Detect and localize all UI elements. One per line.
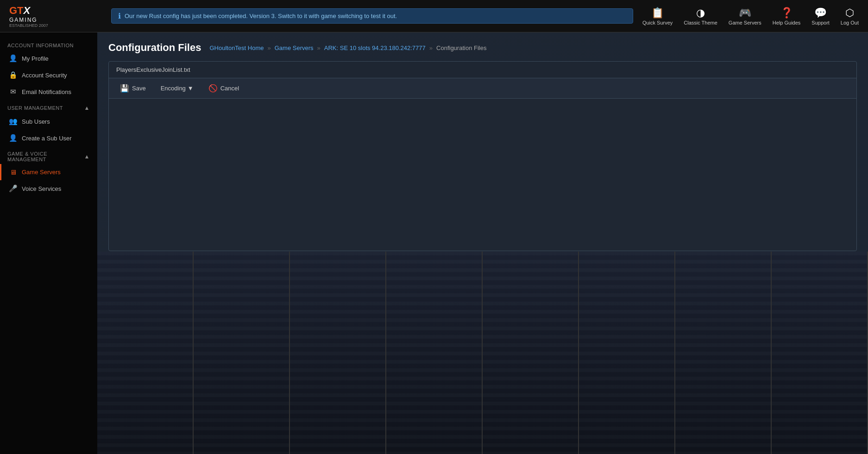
cancel-button[interactable]: 🚫 Cancel: [205, 82, 243, 95]
sidebar-item-game-servers-label: Game Servers: [22, 169, 61, 176]
info-icon: ℹ: [118, 12, 121, 20]
help-icon: ❓: [780, 7, 793, 19]
breadcrumb: Configuration Files GHoultonTest Home » …: [108, 42, 857, 54]
theme-icon: ◑: [696, 7, 705, 19]
nav-classic-theme-label: Classic Theme: [684, 20, 717, 25]
rack-5: [483, 252, 579, 454]
save-icon: 💾: [120, 84, 129, 93]
game-voice-header[interactable]: Game & Voice Management ▲: [0, 146, 97, 164]
sidebar-item-sub-users-label: Sub Users: [22, 118, 50, 125]
rack-8: [772, 252, 868, 454]
add-user-icon: 👤: [9, 134, 17, 142]
logo-gaming: GAMING: [9, 17, 48, 23]
main-content: Configuration Files GHoultonTest Home » …: [97, 32, 868, 454]
rack-4: [386, 252, 483, 454]
nav-quick-survey[interactable]: 📋 Quick Survey: [642, 7, 673, 25]
sidebar: Account Information 👤 My Profile 🔒 Accou…: [0, 32, 97, 454]
encoding-label: Encoding: [161, 85, 186, 92]
filename: PlayersExclusiveJoinList.txt: [116, 66, 190, 73]
sidebar-item-email-notifications-label: Email Notifications: [22, 88, 71, 95]
sidebar-item-sub-users[interactable]: 👥 Sub Users: [0, 113, 97, 130]
rack-3: [290, 252, 386, 454]
server-icon: 🖥: [9, 168, 17, 176]
account-info-label: Account Information: [0, 37, 97, 50]
nav-help-guides[interactable]: ❓ Help Guides: [773, 7, 801, 25]
file-panel-toolbar: 💾 Save Encoding ▼ 🚫 Cancel: [109, 78, 856, 99]
breadcrumb-server[interactable]: ARK: SE 10 slots 94.23.180.242:7777: [324, 44, 426, 51]
sidebar-item-account-security[interactable]: 🔒 Account Security: [0, 67, 97, 83]
chevron-down-icon: ▼: [188, 85, 194, 92]
nav-log-out[interactable]: ⬡ Log Out: [841, 7, 859, 25]
logo: GTX GAMING ESTABLISHED 2007: [9, 5, 102, 28]
sidebar-item-voice-services-label: Voice Services: [22, 185, 61, 192]
save-button[interactable]: 💾 Save: [116, 82, 150, 95]
file-panel: PlayersExclusiveJoinList.txt 💾 Save Enco…: [108, 61, 857, 251]
server-rack-bg: [97, 252, 868, 454]
chevron-up-icon-2: ▲: [84, 153, 90, 160]
sidebar-item-account-security-label: Account Security: [22, 72, 67, 79]
sidebar-item-my-profile-label: My Profile: [22, 55, 49, 62]
breadcrumb-sep-3: »: [429, 44, 433, 51]
file-editor[interactable]: [109, 99, 856, 251]
nav-classic-theme[interactable]: ◑ Classic Theme: [684, 7, 717, 25]
nav-quick-survey-label: Quick Survey: [642, 20, 673, 25]
sidebar-item-create-sub-user-label: Create a Sub User: [22, 135, 72, 142]
file-content-input[interactable]: [114, 104, 851, 243]
cancel-icon: 🚫: [208, 84, 218, 93]
breadcrumb-current: Configuration Files: [436, 44, 486, 51]
nav-support[interactable]: 💬 Support: [811, 7, 830, 25]
logo-gt: GT: [9, 5, 24, 16]
game-voice-label: Game & Voice Management: [7, 151, 84, 162]
file-panel-header: PlayersExclusiveJoinList.txt: [109, 62, 856, 78]
header: GTX GAMING ESTABLISHED 2007 ℹ Our new Ru…: [0, 0, 868, 32]
nav-game-servers[interactable]: 🎮 Game Servers: [729, 7, 761, 25]
breadcrumb-sep-1: »: [268, 44, 271, 51]
nav-log-out-label: Log Out: [841, 20, 859, 25]
gamepad-icon: 🎮: [739, 7, 751, 19]
save-label: Save: [132, 85, 146, 92]
users-icon: 👥: [9, 117, 17, 126]
nav-game-servers-label: Game Servers: [729, 20, 761, 25]
user-management-label: User Management: [7, 105, 63, 111]
sidebar-item-email-notifications[interactable]: ✉ Email Notifications: [0, 83, 97, 100]
breadcrumb-home[interactable]: GHoultonTest Home: [209, 44, 264, 51]
rack-6: [579, 252, 675, 454]
content-area: Configuration Files GHoultonTest Home » …: [97, 32, 868, 260]
rack-7: [675, 252, 772, 454]
sidebar-item-create-sub-user[interactable]: 👤 Create a Sub User: [0, 130, 97, 146]
profile-icon: 👤: [9, 54, 17, 63]
layout: Account Information 👤 My Profile 🔒 Accou…: [0, 32, 868, 454]
header-nav: 📋 Quick Survey ◑ Classic Theme 🎮 Game Se…: [642, 7, 859, 25]
logout-icon: ⬡: [845, 7, 854, 19]
rack-2: [194, 252, 290, 454]
logo-x: X: [24, 5, 31, 16]
nav-help-guides-label: Help Guides: [773, 20, 801, 25]
breadcrumb-game-servers[interactable]: Game Servers: [275, 44, 314, 51]
notification-bar: ℹ Our new Rust config has just been comp…: [111, 8, 633, 24]
encoding-button[interactable]: Encoding ▼: [157, 83, 197, 94]
page-title: Configuration Files: [108, 42, 201, 54]
sidebar-item-my-profile[interactable]: 👤 My Profile: [0, 50, 97, 67]
nav-support-label: Support: [811, 20, 830, 25]
support-icon: 💬: [814, 7, 827, 19]
logo-established: ESTABLISHED 2007: [9, 23, 48, 28]
chevron-up-icon: ▲: [84, 105, 90, 111]
survey-icon: 📋: [651, 7, 664, 19]
lock-icon: 🔒: [9, 71, 17, 79]
cancel-label: Cancel: [220, 85, 239, 92]
sidebar-item-voice-services[interactable]: 🎤 Voice Services: [0, 180, 97, 197]
breadcrumb-sep-2: »: [317, 44, 321, 51]
rack-1: [97, 252, 194, 454]
sidebar-item-game-servers[interactable]: 🖥 Game Servers: [0, 164, 97, 180]
user-management-header[interactable]: User Management ▲: [0, 100, 97, 113]
email-icon: ✉: [9, 88, 17, 96]
notification-text: Our new Rust config has just been comple…: [125, 13, 397, 19]
mic-icon: 🎤: [9, 184, 17, 193]
